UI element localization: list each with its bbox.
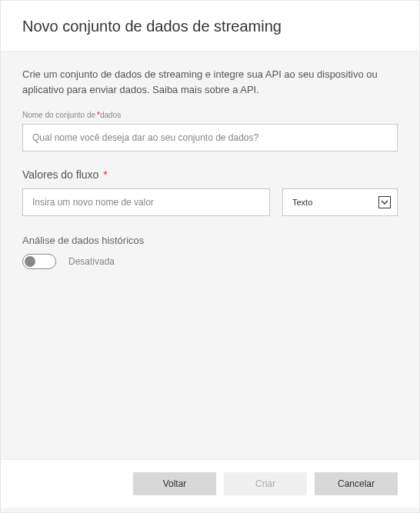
toggle-handle [25,256,35,267]
historic-analysis-label: Análise de dados históricos [22,235,398,246]
intro-text: Crie um conjunto de dados de streaming e… [22,67,398,97]
cancel-button[interactable]: Cancelar [315,472,398,495]
historic-toggle[interactable] [22,254,56,269]
select-selected-text: Texto [292,198,312,207]
stream-values-label: Valores do fluxo * [22,168,398,181]
stream-value-name-input[interactable] [22,188,270,216]
stream-value-type-select[interactable]: Texto [282,188,398,216]
back-button[interactable]: Voltar [133,472,216,495]
dialog-footer: Voltar Criar Cancelar [1,459,419,508]
historic-toggle-row: Desativada [22,254,398,269]
required-indicator: * [103,168,107,181]
dataset-name-input[interactable] [22,124,398,152]
create-button[interactable]: Criar [224,472,307,495]
page-title: Novo conjunto de dados de streaming [22,18,398,35]
historic-toggle-status: Desativada [68,256,115,267]
historic-analysis-section: Análise de dados históricos Desativada [22,235,398,269]
dataset-name-label: Nome do conjunto de*dados [22,111,398,119]
dialog-header: Novo conjunto de dados de streaming [1,1,419,52]
stream-value-row: Texto [22,188,398,216]
dialog-content: Crie um conjunto de dados de streaming e… [1,52,419,459]
chevron-down-icon [378,196,391,208]
